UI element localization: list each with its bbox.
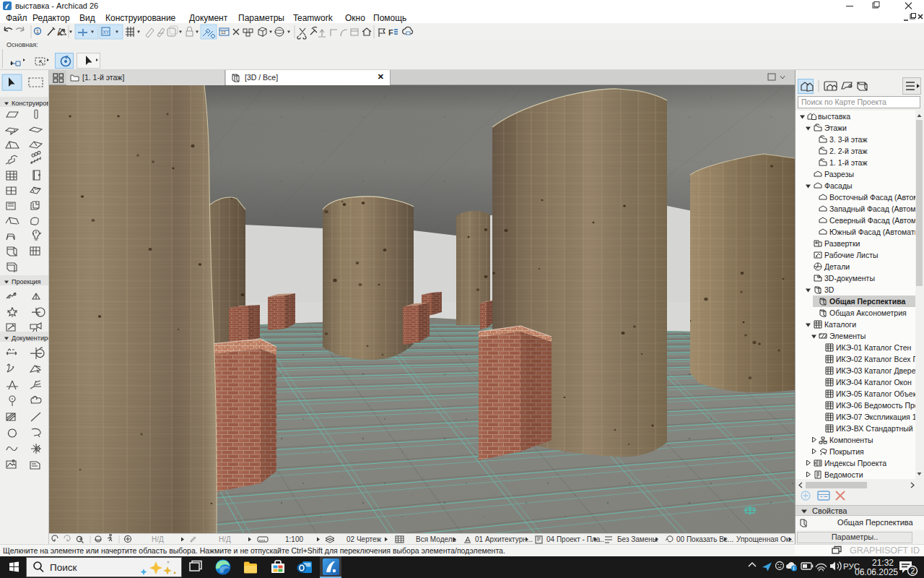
svg-text:Конструирова: Конструирова bbox=[12, 100, 48, 107]
svg-text:Упрощенная Ок..: Упрощенная Ок.. bbox=[736, 535, 793, 543]
svg-text:F: F bbox=[388, 28, 393, 37]
svg-text:XY: XY bbox=[103, 30, 110, 35]
svg-text:01 Архитектурн...: 01 Архитектурн... bbox=[475, 535, 533, 543]
svg-text:21:32: 21:32 bbox=[872, 558, 894, 568]
svg-text:02 Чертеж: 02 Чертеж bbox=[346, 535, 381, 543]
svg-text:Н/Д: Н/Д bbox=[152, 535, 164, 543]
svg-text:i: i bbox=[793, 566, 795, 571]
svg-text:1:100: 1:100 bbox=[285, 535, 303, 543]
svg-text:Н/Д: Н/Д bbox=[219, 535, 231, 543]
svg-text:Вся Модель: Вся Модель bbox=[416, 535, 456, 543]
svg-text:Поиск: Поиск bbox=[50, 562, 77, 573]
svg-text:06.06.2025: 06.06.2025 bbox=[855, 567, 898, 577]
svg-text:1: 1 bbox=[36, 29, 39, 34]
svg-text:Без Замены: Без Замены bbox=[617, 535, 658, 543]
svg-text:Проекция: Проекция bbox=[12, 278, 41, 285]
svg-text:2: 2 bbox=[911, 566, 915, 575]
svg-text:12: 12 bbox=[221, 30, 226, 35]
svg-text:Документиров: Документиров bbox=[12, 335, 48, 342]
